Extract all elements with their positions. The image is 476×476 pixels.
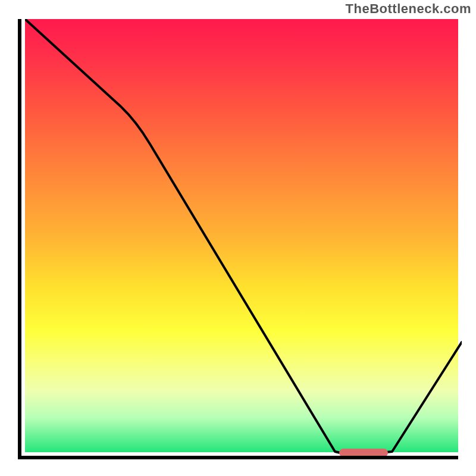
optimal-range-marker <box>339 449 388 456</box>
chart-container: TheBottleneck.com <box>0 0 476 476</box>
bottleneck-curve <box>25 19 462 456</box>
curve-path <box>25 19 462 455</box>
attribution-text: TheBottleneck.com <box>346 1 471 17</box>
plot-area <box>18 19 458 459</box>
